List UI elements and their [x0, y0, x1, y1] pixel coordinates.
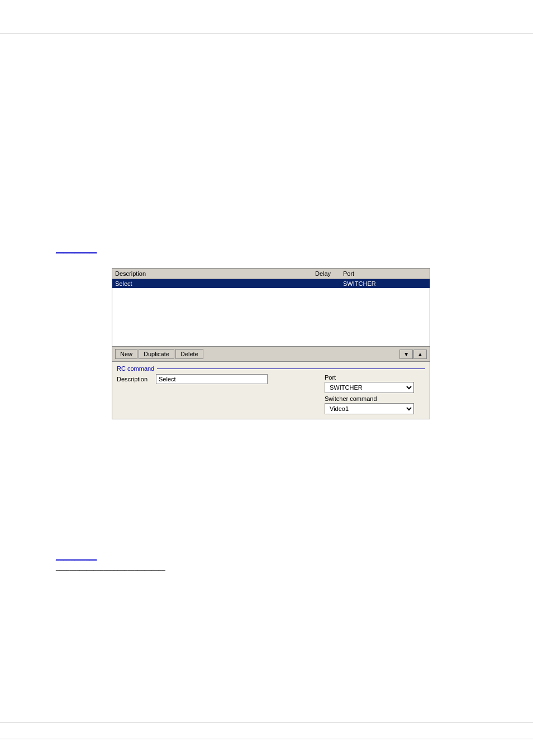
- rc-description-label: Description: [117, 376, 156, 382]
- port-label: Port: [325, 374, 425, 381]
- rc-two-column: Description Port SWITCHER COM1 COM2 Swit…: [117, 374, 425, 414]
- row-port: SWITCHER: [343, 280, 427, 287]
- rc-right: Port SWITCHER COM1 COM2 Switcher command…: [325, 374, 425, 414]
- row-description: Select: [115, 280, 315, 287]
- arrow-buttons: ▼ ▲: [399, 350, 427, 359]
- button-bar: New Duplicate Delete ▼ ▲: [112, 346, 430, 361]
- bottom-link[interactable]: ___________: [56, 553, 97, 561]
- rc-command-section: RC command Description Port SWITCHER COM…: [112, 361, 430, 419]
- move-up-button[interactable]: ▲: [413, 350, 427, 359]
- table-header: Description Delay Port: [112, 269, 430, 279]
- table-body: Select SWITCHER: [112, 279, 430, 346]
- table-empty-area: [112, 288, 430, 338]
- bottom-rule: [0, 722, 533, 722]
- main-panel: Description Delay Port Select SWITCHER N…: [112, 268, 430, 419]
- top-rule: [0, 34, 533, 34]
- rc-left: Description: [117, 374, 325, 384]
- column-header-description: Description: [115, 270, 315, 277]
- second-bottom-rule: [0, 739, 533, 739]
- new-button[interactable]: New: [115, 349, 137, 359]
- port-select[interactable]: SWITCHER COM1 COM2: [325, 382, 414, 393]
- column-header-port: Port: [343, 270, 427, 277]
- duplicate-button[interactable]: Duplicate: [139, 349, 174, 359]
- switcher-command-select[interactable]: Video1 Video2 Video3 Video4: [325, 403, 414, 414]
- delete-button[interactable]: Delete: [175, 349, 203, 359]
- switcher-command-label: Switcher command: [325, 395, 425, 402]
- bottom-separator: ________________________________: [56, 564, 165, 571]
- rc-command-label: RC command: [117, 365, 425, 372]
- table-row[interactable]: Select SWITCHER: [112, 279, 430, 288]
- column-header-delay: Delay: [315, 270, 343, 277]
- rc-description-input[interactable]: [156, 374, 268, 384]
- row-delay: [315, 280, 343, 287]
- move-down-button[interactable]: ▼: [399, 350, 413, 359]
- top-link[interactable]: ___________: [56, 246, 97, 253]
